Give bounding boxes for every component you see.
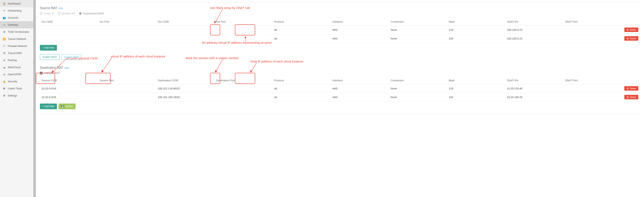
radio-customized-snat[interactable]: Customized SNAT bbox=[79, 12, 104, 15]
col-header: SNAT IPs bbox=[505, 18, 564, 25]
annotation-arrow-icon bbox=[101, 58, 113, 73]
shield-icon: 🛡 bbox=[3, 45, 6, 47]
cell bbox=[564, 25, 622, 34]
table-row: all eth0 None 119 100.105.0.23 🗑 Delete bbox=[40, 25, 640, 34]
delete-button[interactable]: 🗑 Delete bbox=[624, 95, 638, 99]
col-header: Destination Port bbox=[214, 77, 272, 84]
add-edit-dnat-checkbox[interactable] bbox=[40, 72, 42, 74]
col-header: Dst Port bbox=[214, 18, 272, 25]
sidebar-item-label: Settings bbox=[8, 94, 17, 97]
sidebar-item-tgw[interactable]: ⚙TGW Orchestrator bbox=[0, 28, 33, 35]
col-header: Source CIDR bbox=[40, 77, 98, 84]
sidebar-item-onboarding[interactable]: ✈Onboarding bbox=[0, 7, 33, 14]
radio-multiple-ips[interactable]: Multiple IPs bbox=[58, 12, 75, 15]
sidebar-item-dashboard[interactable]: 🏠Dashboard bbox=[0, 0, 33, 7]
cell bbox=[564, 34, 622, 43]
cell: 10.20.100.25 bbox=[505, 93, 564, 102]
settings-icon: ⚙ bbox=[3, 94, 6, 97]
cell bbox=[98, 25, 156, 34]
dnat-checkbox-row: Add/Edit DNAT bbox=[40, 72, 640, 74]
sidebar-item-security[interactable]: 🔒Security bbox=[0, 78, 33, 85]
snat-info-link[interactable]: Info bbox=[58, 7, 63, 10]
cell bbox=[40, 34, 98, 43]
cell bbox=[98, 84, 156, 93]
cell bbox=[156, 25, 214, 34]
cell bbox=[98, 93, 156, 102]
col-header: Src Port bbox=[98, 18, 156, 25]
dnat-title: Destination NAT Info bbox=[40, 66, 640, 70]
cell: 100 bbox=[447, 93, 505, 102]
delete-button[interactable]: 🗑 Delete bbox=[624, 86, 638, 91]
cell: 100.105.0.23 bbox=[505, 34, 564, 43]
cell: 100.101.119.40/32 bbox=[156, 84, 214, 93]
dmz-icon: ☰ bbox=[3, 52, 6, 55]
cell: all bbox=[272, 25, 331, 34]
col-header: Connection bbox=[389, 18, 447, 25]
sidebar-item-peering[interactable]: ⇄Peering bbox=[0, 57, 33, 64]
sidebar-item-label: TGW Orchestrator bbox=[8, 30, 29, 33]
disable-snat-button[interactable]: Disable SNAT bbox=[61, 54, 82, 60]
col-header: DNAT Port bbox=[564, 77, 622, 84]
sidebar-item-firewall[interactable]: 🛡Firewall Network bbox=[0, 42, 33, 49]
plane-icon: ✈ bbox=[3, 9, 6, 12]
sidebar-item-tools[interactable]: 🛠Useful Tools bbox=[0, 85, 33, 92]
sidebar-item-label: Dashboard bbox=[8, 2, 21, 5]
col-header: Mark bbox=[447, 18, 505, 25]
sidebar-item-label: Security bbox=[8, 80, 17, 83]
sidebar-item-gateway[interactable]: ▭Gateway bbox=[0, 21, 33, 28]
col-header: Mark bbox=[447, 77, 505, 84]
sidebar-item-accounts[interactable]: 👥Accounts bbox=[0, 14, 33, 21]
cell: 100.105.0.23 bbox=[505, 25, 564, 34]
snat-title: Source NAT Info bbox=[40, 6, 640, 10]
snat-radio-group: Single IP Multiple IPs Customized SNAT bbox=[40, 12, 640, 15]
snat-add-new-button[interactable]: + Add New bbox=[40, 45, 57, 51]
col-header: Destination CIDR bbox=[156, 77, 214, 84]
col-header: Interface bbox=[331, 77, 389, 84]
radio-single-ip[interactable]: Single IP bbox=[40, 12, 54, 15]
cell: 100.101.100.25/32 bbox=[156, 93, 214, 102]
table-header-row: Src CIDR Src Port Dst CIDR Dst Port Prot… bbox=[40, 18, 640, 25]
annotation-text: Real IP address of each cloud instance bbox=[250, 60, 303, 63]
col-header: Dst CIDR bbox=[156, 18, 214, 25]
cell bbox=[40, 25, 98, 34]
cell: None bbox=[389, 34, 447, 43]
dnat-info-link[interactable]: Info bbox=[64, 66, 69, 69]
sidebar-item-label: Onboarding bbox=[8, 9, 22, 12]
col-header-action bbox=[622, 18, 640, 25]
cell bbox=[564, 84, 622, 93]
cell bbox=[564, 93, 622, 102]
sidebar-item-openvpn[interactable]: ◎OpenVPN® bbox=[0, 71, 33, 78]
sidebar-item-transit-dmz[interactable]: ☰Transit DMZ bbox=[0, 49, 33, 57]
cell: 10.20.119.40 bbox=[505, 84, 564, 93]
delete-button[interactable]: 🗑 Delete bbox=[624, 27, 638, 32]
main-content: Source NAT Info Single IP Multiple IPs C… bbox=[36, 0, 644, 197]
sidebar-item-transit-network[interactable]: 🔀Transit Network bbox=[0, 35, 33, 42]
col-header: Source Port bbox=[98, 77, 156, 84]
cell: eth0 bbox=[331, 25, 389, 34]
dnat-add-new-button[interactable]: + Add New bbox=[40, 104, 57, 109]
trash-icon: 🗑 bbox=[626, 96, 629, 98]
sidebar-item-label: Peering bbox=[8, 59, 17, 62]
cloud-icon: ☁ bbox=[3, 66, 6, 69]
snat-table: Src CIDR Src Port Dst CIDR Dst Port Prot… bbox=[40, 18, 640, 43]
cell bbox=[156, 34, 214, 43]
delete-button[interactable]: 🗑 Delete bbox=[624, 36, 638, 41]
col-header: Connection bbox=[389, 77, 447, 84]
sidebar-item-label: Gateway bbox=[8, 23, 18, 26]
sidebar: 🏠Dashboard ✈Onboarding 👥Accounts ▭Gatewa… bbox=[0, 0, 34, 197]
sidebar-item-site2cloud[interactable]: ☁Site2Cloud bbox=[0, 64, 33, 71]
scrollbar-vertical[interactable] bbox=[34, 0, 36, 197]
shuffle-icon: ⇄ bbox=[3, 59, 6, 62]
gear-icon: ⚙ bbox=[3, 30, 6, 33]
sidebar-item-settings[interactable]: ⚙Settings bbox=[0, 92, 33, 99]
cell: eth0 bbox=[331, 34, 389, 43]
cell bbox=[214, 93, 272, 102]
col-header: SNAT Port bbox=[564, 18, 622, 25]
dnat-update-button[interactable]: 💾 Update bbox=[58, 104, 76, 109]
enable-snat-button[interactable]: Enable SNAT bbox=[40, 54, 60, 60]
col-header: Protocol bbox=[272, 77, 331, 84]
section-heading: Source NAT bbox=[40, 6, 57, 10]
cell bbox=[98, 34, 156, 43]
vpn-icon: ◎ bbox=[3, 73, 6, 76]
tools-icon: 🛠 bbox=[3, 87, 6, 90]
